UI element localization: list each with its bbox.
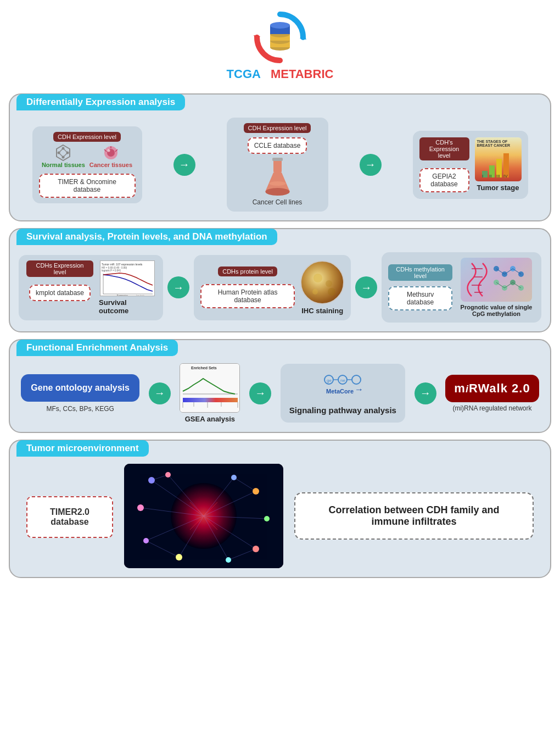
svg-point-104: [231, 475, 237, 480]
svg-point-102: [148, 477, 155, 484]
kaplan-meier-chart: Tumor mR: 107 expression levels HR = 0.6…: [100, 260, 155, 296]
svg-point-50: [328, 288, 335, 296]
svg-rect-71: [183, 398, 238, 402]
svg-text:Tumor mR: 107 expression level: Tumor mR: 107 expression levels: [102, 263, 143, 266]
s2c1-right-label: Survival outcome: [99, 298, 155, 315]
tumor-network-image: [124, 464, 283, 568]
gsea-chart: Enriched Sets: [180, 363, 240, 413]
s1c1-tissue-row: Normal tissues Cancer tissues: [42, 144, 132, 168]
svg-point-105: [253, 488, 259, 495]
gsea-svg: Enriched Sets: [180, 364, 240, 413]
svg-text:ge: ge: [327, 378, 332, 383]
metacore-main-title: Signaling pathway analysis: [289, 406, 396, 415]
section4-content: TIMER2.0 database: [10, 464, 550, 568]
s1c2-db: CCLE database: [248, 137, 307, 154]
s2c2-right-label: IHC staining: [301, 307, 343, 315]
gsea-title-text: Enriched Sets: [191, 366, 217, 370]
svg-point-107: [253, 546, 259, 552]
section2-content: CDHs Expression level kmplot database Tu…: [10, 252, 550, 323]
gene-ontology-sub: MFs, CCs, BPs, KEGG: [46, 405, 114, 413]
cancer-cell-icon: [102, 144, 120, 162]
s2c3-label: CDHs methylation level: [388, 264, 452, 281]
section4-title: Tumor microenvironment: [16, 440, 149, 457]
svg-point-110: [143, 538, 149, 543]
svg-text:II: II: [489, 174, 491, 179]
svg-text:I: I: [482, 174, 483, 179]
section1-title: Differentially Expression analysis: [16, 94, 185, 110]
arrow6: →: [249, 382, 271, 404]
section3-card3: ge ne MetaCore → Signaling pathway analy…: [281, 364, 405, 423]
normal-tissues-item: Normal tissues: [42, 144, 85, 168]
correlation-box: Correlation between CDH family and immun…: [294, 492, 534, 540]
svg-text:Expression: Expression: [117, 294, 128, 296]
section-differential-expression: Differentially Expression analysis CDH E…: [9, 93, 551, 221]
section3-card4-wrap: miRWalk 2.0 (mi)RNA regulated network: [445, 375, 539, 412]
svg-line-64: [505, 269, 513, 274]
section4-card1-wrap: TIMER2.0 database: [26, 494, 113, 538]
svg-point-79: [352, 375, 361, 384]
section1-content: CDH Expression level Nor: [10, 118, 550, 212]
ihc-image: [300, 260, 344, 304]
gene-ontology-label: Gene ontology analysis: [31, 383, 130, 392]
section3-title: Functional Enrichment Analysis: [16, 340, 178, 356]
section2-title: Survival analysis, Protein levels, and D…: [16, 229, 277, 245]
svg-line-17: [59, 153, 63, 157]
section1-card2: CDH Expression level CCLE database Cance…: [227, 118, 328, 212]
svg-text:logrank P = 0.041: logrank P = 0.041: [102, 269, 121, 272]
correlation-label: Correlation between CDH family and immun…: [328, 504, 499, 527]
s2c1-db: kmplot database: [29, 285, 91, 301]
km-chart-svg: Tumor mR: 107 expression levels HR = 0.6…: [100, 261, 155, 296]
s1c2-right-label: Cancer Cell lines: [253, 198, 303, 206]
arrow2: →: [360, 154, 382, 176]
section2-card1: CDHs Expression level kmplot database Tu…: [19, 255, 163, 320]
flask-icon: [262, 156, 293, 197]
stage-bars: I II III IV: [479, 149, 520, 179]
section3-card2-wrap: Enriched Sets: [180, 363, 240, 423]
tumor-network-svg: [124, 464, 283, 568]
svg-point-109: [176, 554, 182, 560]
tcga-label: TCGA: [227, 67, 261, 81]
dna-image: [461, 258, 532, 302]
svg-point-108: [226, 557, 231, 563]
dna-svg: [461, 258, 532, 302]
svg-point-22: [107, 149, 110, 152]
svg-point-48: [326, 280, 332, 287]
section3-card1: Gene ontology analysis: [21, 374, 139, 402]
svg-point-111: [137, 504, 144, 511]
mirwalk-label: miRWalk 2.0: [454, 381, 530, 396]
svg-text:low high: low high: [136, 294, 144, 296]
section3-card1-wrap: Gene ontology analysis MFs, CCs, BPs, KE…: [21, 374, 139, 413]
header: TCGA METABRIC: [0, 0, 560, 87]
logo-labels: TCGA METABRIC: [227, 67, 334, 81]
svg-text:III: III: [496, 174, 500, 179]
stage-image: THE STAGES OF BREAST CANCER I II III IV: [475, 137, 522, 181]
normal-tissues-label: Normal tissues: [42, 162, 85, 168]
section3-content: Gene ontology analysis MFs, CCs, BPs, KE…: [10, 363, 550, 423]
metacore-logo-svg: ge ne MetaCore →: [321, 371, 365, 399]
logo-icon: [253, 10, 307, 65]
s2c3-db: Methsurv database: [388, 286, 452, 310]
svg-text:ne: ne: [340, 378, 345, 383]
svg-point-28: [265, 188, 289, 196]
svg-line-18: [63, 148, 68, 153]
s1c2-label: CDH Expression level: [244, 123, 311, 133]
arrow7: →: [415, 382, 436, 404]
cancer-tissues-label: Cancer tissues: [89, 162, 132, 168]
s1c1-label: CDH Expression level: [53, 132, 121, 142]
mirwalk-sub-label: (mi)RNA regulated network: [452, 404, 531, 412]
stage-title-text: THE STAGES OF BREAST CANCER: [477, 140, 522, 147]
arrow3: →: [167, 276, 189, 298]
svg-line-66: [496, 282, 505, 288]
svg-point-30: [269, 181, 285, 186]
s2c2-db: Human Protein atlas database: [200, 284, 295, 308]
svg-rect-29: [272, 158, 283, 161]
svg-text:→: →: [355, 385, 363, 394]
svg-point-47: [313, 274, 322, 282]
s2c3-right-label: Prognotic value of single CpG methylatio…: [458, 304, 535, 317]
svg-point-49: [312, 289, 318, 295]
mirwalk-card: miRWalk 2.0: [445, 375, 539, 402]
section1-card3: CDH's Expression level GEPIA2 database T…: [413, 131, 528, 199]
timer2-card: TIMER2.0 database: [26, 496, 113, 538]
molecule-icon: [54, 144, 72, 162]
section-functional-enrichment: Functional Enrichment Analysis Gene onto…: [9, 339, 551, 433]
